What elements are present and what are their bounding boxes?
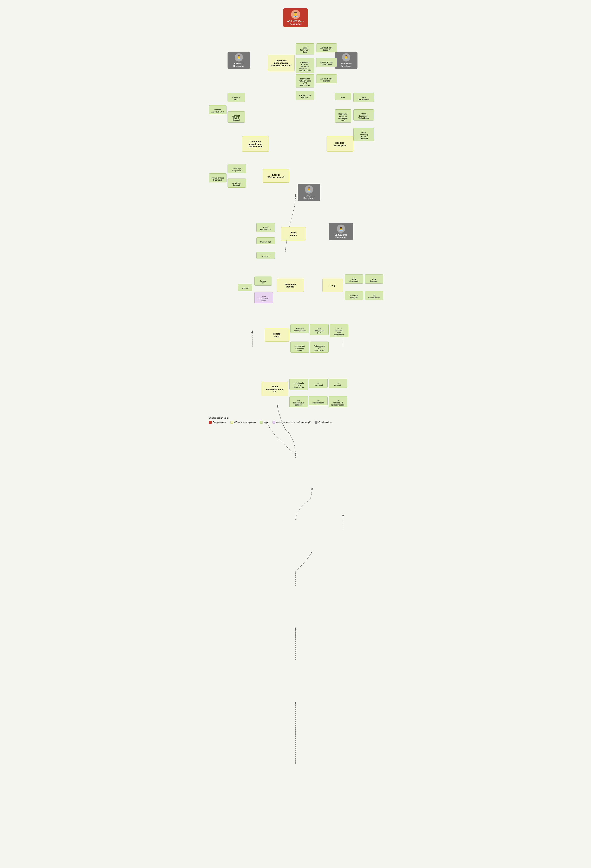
avatar-top: 👨‍💼 [291, 10, 300, 19]
legend-specialty-orange: Спеціальність [209, 421, 226, 424]
server-mvc-core: Серверна розробка на ASP.NET Core MVC [268, 55, 295, 71]
test-aspnet-mvc-course: Тестування ASP.NET Core MVC застосунків [296, 74, 314, 87]
page: 👨‍💼 ASP.NET Core Developer 👨‍💼 ASP.NET D… [203, 0, 388, 838]
csharp-templates-course: C# Універсальні шаблони [289, 396, 308, 407]
teamwork: Командна робота [277, 279, 304, 292]
tfs-node: Team Foundation Server [254, 292, 273, 303]
unity-deep-node: Unity Поглиблений [365, 291, 383, 300]
refactoring-course: Рефакторинг .NET застосунків [310, 341, 329, 353]
csharp-basic-course: C# Базовий [329, 379, 347, 388]
unity-basic-node: Unity Базовий [365, 275, 383, 283]
vs2019-course: VisualStudio 2019 Tips & Tricks [289, 379, 308, 390]
transact-sql-node: Transact SQL [256, 237, 275, 244]
web-base-node: Базові Web технології [262, 169, 289, 183]
wpfuwp-developer-node: 👨‍💼 WPF/UWP Developer [335, 52, 358, 69]
aspnet-api2-node: ASP.NET API 2 [227, 93, 245, 102]
unity-ui-node: Unity User Interface [345, 291, 363, 300]
aspnet-signalr-course: ASP.NET Core SignalR [316, 74, 337, 83]
wpf-deep-node: WPF Поглиблений [353, 93, 374, 102]
osnovy-git-course: Основи GIT [254, 276, 272, 286]
create-ui-course: Створення користу- вацького інтерфейсу у… [296, 58, 314, 73]
avatar-net: 👨‍💼 [305, 185, 313, 193]
csharp-start-node: C# Стартовий [309, 379, 327, 388]
unity-game-developer: 👨‍💼 Unity/Game Developer [329, 223, 353, 240]
js-start-node: JavaScript Стартовий [227, 164, 246, 173]
osnovy-aspnet-node: Основи ASP.NET MVC [209, 105, 227, 114]
code-quality: Якість коду [265, 328, 289, 341]
unity-area: Unity [323, 279, 343, 292]
desktop-apps-node: Desktop застосунки [327, 136, 353, 152]
csharp-templates-node: C# Універсальні шаблони [289, 396, 308, 407]
legend-heading: Умовні позначення: [209, 417, 382, 419]
avatar-unity: 👨‍💼 [337, 224, 345, 233]
code-quality-node: Якість коду [265, 328, 289, 341]
net-developer-node: 👨‍💼 .NET Developer [298, 184, 320, 201]
teamwork-node: Командна робота [277, 279, 304, 292]
aspnet-webapi-node: ASP.NAT Core Web API [296, 91, 314, 100]
algorithms-course: Алгоритми і структури даних [290, 341, 309, 353]
tfs-course: Team Foundation Server [254, 292, 273, 303]
unity-start-course: Unity Стартовий [345, 275, 363, 283]
aspnet-signalr-node: ASP.NET Core SignalR [316, 74, 337, 83]
csharp-deep-node: C# Поглиблений [309, 396, 327, 405]
create-ui-node: Створення користу- вацького інтерфейсу у… [296, 58, 314, 73]
js-basic-course: JavaScript Базовий [227, 179, 246, 187]
uwp-toolkit-adv-course: UWP Community Toolkit Advanced [353, 128, 374, 141]
databases: Бази даних [281, 227, 306, 241]
ef-core-course: Entity Framework Core [296, 43, 314, 55]
databases-node: Бази даних [281, 227, 306, 241]
aspnet-core-developer-node: 👨‍💼 ASP.NET Core Developer [283, 8, 308, 27]
unity-deep-course: Unity Поглиблений [365, 291, 383, 300]
aspnet-developer: 👨‍💼 ASP.NET Developer [227, 52, 250, 69]
aspnet-mvc5-course: ASP.NET MVC 5 Базовий [227, 111, 245, 123]
aspnet-core-deep-course: ASP.NET Core Поглиблений [316, 58, 337, 67]
csharp-async-course: C# Асинхронне програмування [329, 396, 347, 407]
desktop-apps: Desktop застосунки [327, 136, 353, 152]
transact-sql-course: Transact SQL [256, 237, 275, 244]
legend-alt: Альтернативні технології у категорії [273, 421, 311, 424]
ef6-course: Entity Framework 6 [256, 223, 275, 232]
aspnet-mvc5-node: ASP.NET MVC 5 Базовий [227, 111, 245, 123]
vs2019-node: VisualStudio 2019 Tips & Tricks [289, 379, 308, 390]
refactoring-node: Рефакторинг .NET застосунків [310, 341, 329, 353]
csharp-deep-course: C# Поглиблений [309, 396, 327, 405]
server-mvc: Серверна розробка на ASP.NET MVC [242, 136, 269, 152]
scrum-node: SCRUM [238, 284, 252, 291]
ado-net-course: ADO.NET [256, 252, 275, 259]
legend-course: Курс [260, 421, 268, 424]
aspnet-api2-course: ASP.NET API 2 [227, 93, 245, 102]
tdd-node: TDD – Розробка через тестування [330, 324, 348, 337]
legend-specialty-gray: Спеціальність [315, 421, 332, 424]
csharp-start-course: C# Стартовий [309, 379, 327, 388]
design-patterns-course: Шаблони проектування [290, 324, 309, 333]
aspnet-core-basic-course: ASP.NET Core Базовий [316, 43, 337, 52]
osnovy-git-node: Основи GIT [254, 276, 272, 286]
uwp-toolkit-basic-course: UWP Community Toolkit Basic [353, 109, 374, 121]
web-base: Базові Web технології [262, 169, 289, 183]
csharp-node: Мова програмування C# [262, 382, 288, 396]
csharp-async-node: C# Асинхронне програмування [329, 396, 347, 407]
aspnet-core-basic-node: ASP.NET Core Базовий [316, 43, 337, 52]
legend-section: Умовні позначення: Спеціальність Область… [209, 417, 382, 424]
unit-test-node: Unit тестування у C# [310, 324, 329, 335]
avatar-aspnet: 👨‍💼 [235, 53, 243, 62]
wpfuwp-developer: 👨‍💼 WPF/UWP Developer [335, 52, 358, 69]
avatar-wpfuwp: 👨‍💼 [342, 53, 350, 62]
diagram: 👨‍💼 ASP.NET Core Developer 👨‍💼 ASP.NET D… [207, 4, 384, 830]
unity-game-developer-node: 👨‍💼 Unity/Game Developer [329, 223, 353, 240]
js-basic-node: JavaScript Базовий [227, 179, 246, 187]
tdd-course: TDD – Розробка через тестування [330, 324, 348, 337]
html5-css3-node: HTML5 & CSS3 Стартовий [209, 173, 227, 182]
ef-core-node: Entity Framework Core [296, 43, 314, 55]
unity-area-node: Unity [323, 279, 343, 292]
net-developer: 👨‍💼 .NET Developer [298, 184, 320, 201]
wpf-node: WPF [335, 93, 351, 100]
uwp-toolkit-basic-node: UWP Community Toolkit Basic [353, 109, 374, 121]
html5-css3-course: HTML5 & CSS3 Стартовий [209, 173, 227, 182]
prog-uwp-node: Програму- вання на платформі UWP [335, 109, 351, 123]
js-start-course: JavaScript Стартовий [227, 164, 246, 173]
uwp-toolkit-adv-node: UWP Community Toolkit Advanced [353, 128, 374, 141]
unity-start-node: Unity Стартовий [345, 275, 363, 283]
server-mvc-core-node: Серверна розробка на ASP.NET Core MVC [268, 55, 295, 71]
aspnet-core-deep-node: ASP.NET Core Поглиблений [316, 58, 337, 67]
